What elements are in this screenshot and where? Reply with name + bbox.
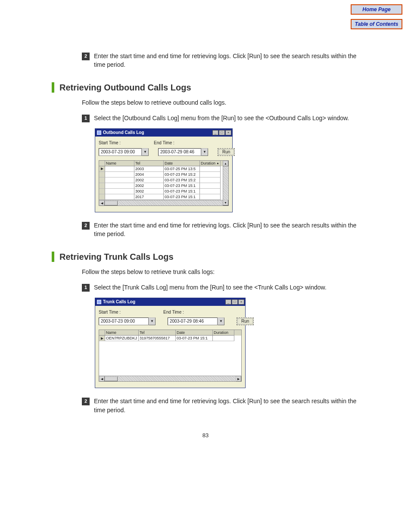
step-text: Enter the start time and end time for re… (94, 221, 368, 239)
scroll-thumb[interactable] (105, 201, 118, 205)
step-row: 1 Select the [Outbound Calls Log] menu f… (82, 114, 368, 122)
close-button[interactable]: × (238, 299, 244, 305)
grid-row[interactable]: 3002 03-07-23 PM 15:1 (99, 189, 228, 194)
col-name[interactable]: Name (105, 161, 134, 166)
maximize-button[interactable]: □ (232, 299, 238, 305)
window-icon (97, 131, 101, 135)
run-button[interactable]: Run (237, 317, 254, 326)
grid-row[interactable]: ▶ OEN7RPZUBDKJ 31975870555817 03-07-23 P… (99, 336, 241, 341)
page-number: 83 (43, 432, 368, 440)
window-icon (97, 300, 101, 304)
step-number: 2 (82, 222, 90, 230)
col-date[interactable]: Date (176, 330, 213, 336)
section-intro: Follow the steps below to retrieve outbo… (82, 98, 368, 107)
scroll-left-icon[interactable]: ◀ (99, 200, 105, 206)
run-button[interactable]: Run (218, 148, 235, 156)
window-titlebar: Trunk Calls Log _ □ × (95, 298, 245, 306)
outbound-calls-log-window: Outbound Calls Log _ □ × Start Time : En… (95, 128, 233, 212)
scroll-up-icon[interactable]: ▲ (223, 161, 228, 166)
minimize-button[interactable]: _ (225, 299, 231, 305)
col-date[interactable]: Date (164, 161, 200, 166)
scroll-down-icon[interactable]: ▼ (223, 200, 228, 205)
col-name[interactable]: Name (105, 330, 139, 336)
trunk-calls-log-window: Trunk Calls Log _ □ × Start Time : End T… (95, 298, 246, 388)
step-text: Enter the start time and end time for re… (94, 397, 368, 414)
start-time-label: Start Time : (99, 309, 163, 316)
grid-row[interactable]: 2002 03-07-23 PM 15:2 (99, 177, 228, 183)
start-time-label: Start Time : (99, 140, 154, 146)
start-time-value[interactable]: 2003-07-23 09:00 (99, 148, 142, 156)
step-row: 2 Enter the start time and end time for … (82, 52, 368, 69)
grid-header: Name Tel Date Duration (99, 330, 241, 336)
scroll-left-icon[interactable]: ◀ (99, 376, 105, 382)
grid-row[interactable]: 2017 03-07-23 PM 15:1 (99, 194, 228, 200)
end-time-value[interactable]: 2003-07-29 08:46 (158, 148, 201, 156)
horizontal-scrollbar[interactable]: ◀ ▶ (99, 200, 228, 205)
vertical-scrollbar[interactable]: ▲ ▼ (223, 166, 228, 200)
end-time-field[interactable]: 2003-07-29 08:46 ▼ (168, 317, 224, 325)
section-title-outbound: Retrieving Outbound Calls Logs (52, 81, 368, 94)
heading: Retrieving Outbound Calls Logs (59, 81, 191, 94)
maximize-button[interactable]: □ (219, 130, 225, 135)
step-row: 2 Enter the start time and end time for … (82, 397, 368, 414)
dropdown-icon[interactable]: ▼ (142, 148, 149, 156)
start-time-value[interactable]: 2003-07-23 09:00 (99, 317, 149, 325)
grid-row[interactable]: 2002 03-07-23 PM 15:1 (99, 183, 228, 189)
scroll-right-icon[interactable]: ▶ (236, 376, 241, 382)
scroll-thumb[interactable] (105, 376, 118, 381)
home-page-link[interactable]: Home Page (351, 4, 402, 15)
step-text: Select the [Trunk Calls Log] menu from t… (94, 283, 368, 292)
window-titlebar: Outbound Calls Log _ □ × (95, 129, 232, 137)
section-marker-icon (52, 82, 54, 93)
dropdown-icon[interactable]: ▼ (218, 317, 224, 325)
grid-empty-area (99, 341, 241, 376)
results-grid: Name Tel Date Duration ▶ OEN7RPZUBDKJ 31… (99, 330, 242, 382)
col-tel[interactable]: Tel (134, 161, 164, 166)
section-intro: Follow the steps below to retrieve trunk… (82, 268, 368, 276)
col-tel[interactable]: Tel (139, 330, 176, 336)
end-time-label: End Time : (154, 140, 209, 146)
horizontal-scrollbar[interactable]: ◀ ▶ (99, 376, 241, 381)
start-time-field[interactable]: 2003-07-23 09:00 ▼ (99, 148, 149, 156)
row-pointer-icon: ▶ (101, 166, 103, 171)
grid-row[interactable]: ▶ 2003 03-07-25 PM 13:5 (99, 166, 228, 172)
grid-header: Name Tel Date Duration▲ (99, 161, 228, 166)
step-number: 2 (82, 398, 90, 405)
col-duration[interactable]: Duration▲ (200, 161, 221, 166)
step-text: Select the [Outbound Calls Log] menu fro… (94, 114, 368, 122)
step-row: 2 Enter the start time and end time for … (82, 221, 368, 239)
dropdown-icon[interactable]: ▼ (149, 317, 156, 325)
window-title: Trunk Calls Log (103, 299, 135, 305)
col-duration[interactable]: Duration (213, 330, 234, 336)
step-number: 1 (82, 284, 90, 292)
minimize-button[interactable]: _ (212, 130, 218, 135)
step-text: Enter the start time and end time for re… (94, 52, 368, 69)
heading: Retrieving Trunk Calls Logs (59, 251, 174, 263)
section-title-trunk: Retrieving Trunk Calls Logs (52, 251, 368, 263)
end-time-value[interactable]: 2003-07-29 08:46 (168, 317, 218, 325)
section-marker-icon (52, 252, 54, 262)
dropdown-icon[interactable]: ▼ (201, 148, 208, 156)
end-time-field[interactable]: 2003-07-29 08:46 ▼ (158, 148, 208, 156)
end-time-label: End Time : (163, 309, 228, 316)
step-row: 1 Select the [Trunk Calls Log] menu from… (82, 283, 368, 292)
sort-asc-icon: ▲ (216, 161, 219, 165)
grid-row[interactable]: 2004 03-07-23 PM 15:2 (99, 172, 228, 177)
window-title: Outbound Calls Log (103, 130, 144, 136)
start-time-field[interactable]: 2003-07-23 09:00 ▼ (99, 317, 156, 325)
page-content: 2 Enter the start time and end time for … (0, 0, 411, 466)
step-number: 1 (82, 115, 90, 122)
step-number: 2 (82, 53, 90, 60)
row-pointer-icon: ▶ (101, 336, 103, 341)
results-grid: Name Tel Date Duration▲ ▶ 2003 03-07-25 … (99, 160, 229, 206)
close-button[interactable]: × (225, 130, 231, 135)
toc-link[interactable]: Table of Contents (351, 19, 402, 29)
